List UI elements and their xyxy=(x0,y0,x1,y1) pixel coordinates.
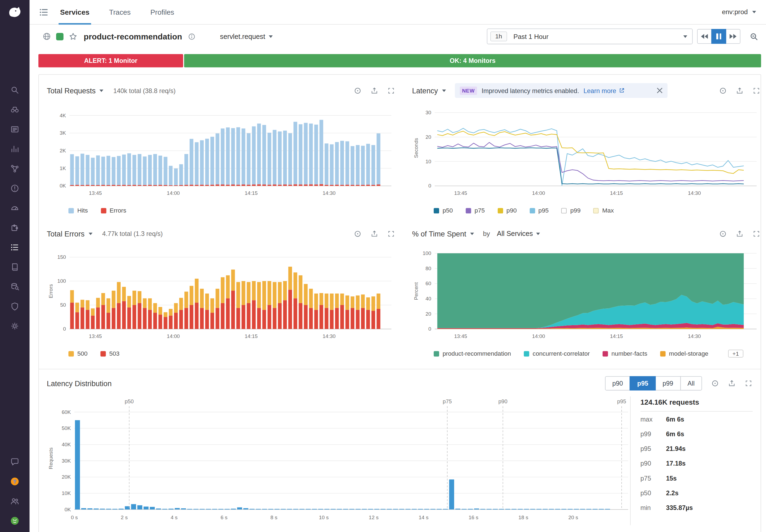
favorite-star-icon[interactable] xyxy=(68,32,78,41)
svg-text:8 s: 8 s xyxy=(271,515,277,520)
legend-item-p75[interactable]: p75 xyxy=(465,207,485,214)
log-search-icon[interactable] xyxy=(9,281,20,292)
time-spent-title[interactable]: % of Time Spent xyxy=(412,229,466,238)
stat-row-min: min335.87µs xyxy=(641,500,753,515)
chat-icon[interactable] xyxy=(9,456,20,467)
create-monitor-icon[interactable] xyxy=(719,229,727,238)
rewind-button[interactable] xyxy=(697,29,712,44)
create-monitor-icon[interactable] xyxy=(354,86,362,95)
watchdog-icon[interactable] xyxy=(9,104,20,115)
fullscreen-icon[interactable] xyxy=(752,86,761,95)
time-range-select[interactable]: 1h Past 1 Hour xyxy=(487,29,693,44)
create-monitor-icon[interactable] xyxy=(354,229,362,238)
export-icon[interactable] xyxy=(736,86,744,95)
pause-button[interactable] xyxy=(711,29,726,44)
create-monitor-icon[interactable] xyxy=(711,379,719,388)
chevron-down-icon[interactable] xyxy=(88,232,92,235)
users-icon[interactable] xyxy=(9,496,20,507)
apm-services-icon[interactable] xyxy=(38,7,49,17)
magnifier-zoom-icon xyxy=(749,32,758,41)
more-series-badge[interactable]: +1 xyxy=(728,350,743,358)
legend-item-500[interactable]: 500 xyxy=(68,350,87,357)
ok-monitors-segment[interactable]: OK: 4 Monitors xyxy=(184,54,761,67)
tab-services[interactable]: Services xyxy=(60,0,89,24)
legend-item-product-recommendation[interactable]: product-recommendation xyxy=(434,350,511,357)
zoom-button[interactable] xyxy=(746,29,761,44)
export-icon[interactable] xyxy=(736,229,744,238)
export-icon[interactable] xyxy=(370,229,379,238)
service-map-icon[interactable] xyxy=(9,163,20,174)
svg-text:14:00: 14:00 xyxy=(167,333,179,339)
latency-legend: p50p75p90p95p99Max xyxy=(412,206,761,215)
tab-traces[interactable]: Traces xyxy=(109,0,131,24)
chevron-down-icon[interactable] xyxy=(442,89,446,92)
fullscreen-icon[interactable] xyxy=(387,86,395,95)
legend-item-p95[interactable]: p95 xyxy=(529,207,548,214)
forward-button[interactable] xyxy=(726,29,740,44)
svg-text:20K: 20K xyxy=(62,474,71,480)
latency-distribution-chart: 0K10K20K30K40K50K60K0 s2 s4 s6 s8 s10 s1… xyxy=(47,396,628,525)
svg-text:14 s: 14 s xyxy=(419,515,428,520)
legend-item-concurrent-correlator[interactable]: concurrent-correlator xyxy=(524,350,590,357)
traces-icon[interactable] xyxy=(9,242,20,253)
svg-text:?: ? xyxy=(13,479,16,484)
fullscreen-icon[interactable] xyxy=(744,379,753,388)
operation-select[interactable]: servlet.request xyxy=(220,32,273,40)
datadog-avatar-icon[interactable] xyxy=(9,515,20,526)
datadog-logo[interactable] xyxy=(0,0,29,24)
integrations-icon[interactable] xyxy=(9,222,20,233)
percentile-button-p90[interactable]: p90 xyxy=(605,376,630,390)
total-errors-chart-panel: Total Errors 4.77k total (1.3 req/s) 050… xyxy=(47,226,395,358)
forward-icon xyxy=(730,34,736,39)
fullscreen-icon[interactable] xyxy=(387,229,395,238)
legend-item-p90[interactable]: p90 xyxy=(498,207,517,214)
settings-icon[interactable] xyxy=(9,321,20,331)
total-requests-title[interactable]: Total Requests xyxy=(47,86,96,95)
error-tracking-icon[interactable] xyxy=(9,183,20,194)
search-icon[interactable] xyxy=(9,85,20,96)
dashboards-icon[interactable] xyxy=(9,144,20,155)
legend-item-number-facts[interactable]: number-facts xyxy=(603,350,647,357)
percentile-button-all[interactable]: All xyxy=(680,376,702,390)
legend-item-503[interactable]: 503 xyxy=(100,350,119,357)
chevron-down-icon[interactable] xyxy=(99,89,103,92)
svg-text:20: 20 xyxy=(425,311,431,317)
env-selector[interactable]: env:prod xyxy=(722,8,756,16)
sidebar-bottom-nav: ? xyxy=(0,456,29,526)
legend-swatch xyxy=(434,351,439,356)
time-spent-chart: 02040608010013:4514:0014:1514:30Percent xyxy=(412,241,761,346)
legend-item-p50[interactable]: p50 xyxy=(434,207,453,214)
export-icon[interactable] xyxy=(728,379,736,388)
legend-item-model-storage[interactable]: model-storage xyxy=(660,350,708,357)
learn-more-link[interactable]: Learn more xyxy=(584,87,625,94)
legend-swatch xyxy=(524,351,529,356)
total-errors-title[interactable]: Total Errors xyxy=(47,229,85,238)
fullscreen-icon[interactable] xyxy=(752,229,761,238)
percentile-button-p95[interactable]: p95 xyxy=(630,376,656,390)
chevron-down-icon[interactable] xyxy=(470,232,474,235)
legend-item-Errors[interactable]: Errors xyxy=(101,207,126,214)
security-icon[interactable] xyxy=(9,301,20,312)
apm-gauge-icon[interactable] xyxy=(9,203,20,214)
legend-item-Hits[interactable]: Hits xyxy=(68,207,88,214)
tab-profiles[interactable]: Profiles xyxy=(150,0,174,24)
info-icon[interactable] xyxy=(188,33,195,40)
stat-row-p99: p996m 6s xyxy=(641,426,753,441)
news-icon[interactable] xyxy=(9,124,20,135)
rewind-icon xyxy=(701,34,708,39)
alert-monitors-label: ALERT: 1 Monitor xyxy=(84,57,137,64)
help-icon[interactable]: ? xyxy=(9,476,20,487)
logs-icon[interactable] xyxy=(9,262,20,272)
primary-tabs: ServicesTracesProfiles xyxy=(60,0,174,24)
scope-select[interactable]: All Services xyxy=(497,230,540,238)
create-monitor-icon[interactable] xyxy=(719,86,727,95)
operation-label: servlet.request xyxy=(220,32,265,40)
close-icon[interactable] xyxy=(657,88,663,94)
legend-swatch xyxy=(68,208,74,213)
legend-item-Max[interactable]: Max xyxy=(593,207,614,214)
alert-monitors-segment[interactable]: ALERT: 1 Monitor xyxy=(38,54,183,67)
export-icon[interactable] xyxy=(370,86,379,95)
legend-item-p99[interactable]: p99 xyxy=(561,207,581,214)
percentile-button-p99[interactable]: p99 xyxy=(655,376,681,390)
latency-title[interactable]: Latency xyxy=(412,86,438,95)
